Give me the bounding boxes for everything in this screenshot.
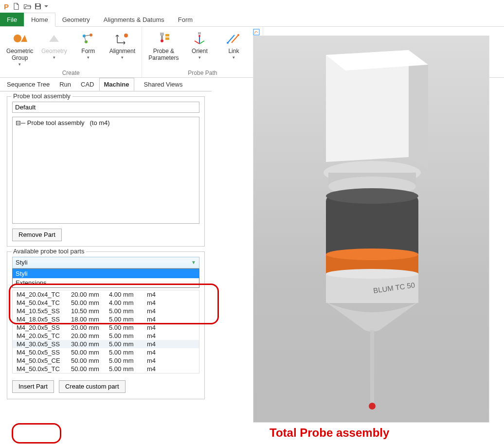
annotation-caption: Total Probe assembly xyxy=(270,426,389,440)
dropdown-icon: ▾ xyxy=(121,55,124,60)
svg-point-2 xyxy=(14,35,21,42)
combo-dropdown-list: Styli Extensions xyxy=(12,268,199,288)
group-legend: Probe tool assembly xyxy=(11,92,72,100)
button-label: Remove Part xyxy=(18,231,55,238)
new-file-icon[interactable] xyxy=(12,1,21,11)
tab-home[interactable]: Home xyxy=(24,13,55,27)
combo-display-text: Styli xyxy=(16,259,28,266)
dropdown-icon: ▾ xyxy=(233,55,235,60)
combo-option-styli[interactable]: Styli xyxy=(13,269,199,278)
parts-cell-len: 10.50 mm xyxy=(71,307,109,315)
button-label: Form xyxy=(81,48,95,55)
svg-rect-28 xyxy=(370,330,374,403)
parts-cell-name: M4_30.0x5_SS xyxy=(17,340,71,348)
group-legend: Available probe tool parts xyxy=(11,248,86,255)
tab-geometry[interactable]: Geometry xyxy=(55,13,97,26)
save-icon[interactable] xyxy=(33,1,43,11)
panel-tab-shared-views[interactable]: Shared Views xyxy=(139,78,188,91)
svg-marker-18 xyxy=(409,50,428,169)
tab-alignments-datums[interactable]: Alignments & Datums xyxy=(97,13,171,26)
parts-cell-dia: 5.00 mm xyxy=(109,340,147,348)
part-type-combo[interactable]: Styli ▼ Styli Extensions xyxy=(12,257,199,288)
ribbon-group-caption: Create xyxy=(3,70,139,76)
parts-row[interactable]: M4_20.0x5_SS20.00 mm5.00 mmm4 xyxy=(13,323,199,332)
create-custom-part-button[interactable]: Create custom part xyxy=(59,380,126,393)
parts-row[interactable]: M4_20.0x5_TC20.00 mm5.00 mmm4 xyxy=(13,332,199,340)
tab-label: Shared Views xyxy=(144,81,183,88)
geometry-icon xyxy=(46,31,62,47)
parts-cell-thr: m4 xyxy=(147,291,195,298)
viewport-3d[interactable]: BLUM TC 50 xyxy=(253,36,489,423)
assembly-tree[interactable]: ⊟─ Probe tool assembly (to m4) xyxy=(12,117,199,224)
panel-tab-cad[interactable]: CAD xyxy=(76,78,99,91)
orient-icon xyxy=(192,31,207,47)
parts-cell-thr: m4 xyxy=(147,340,195,348)
dropdown-icon: ▾ xyxy=(87,55,90,60)
alignment-button[interactable]: Alignment ▾ xyxy=(106,29,139,62)
tree-node-label: Probe tool assembly (to m4) xyxy=(27,119,110,126)
parts-cell-len: 50.00 mm xyxy=(71,357,109,364)
dropdown-icon: ▾ xyxy=(198,55,201,60)
combo-option-extensions[interactable]: Extensions xyxy=(13,278,199,287)
open-file-icon[interactable] xyxy=(22,1,32,11)
svg-rect-12 xyxy=(198,32,201,35)
quick-access-toolbar: P xyxy=(0,0,504,13)
tab-form[interactable]: Form xyxy=(171,13,199,26)
left-panel: Sequence Tree Run CAD Machine Shared Vie… xyxy=(0,78,212,405)
tab-label: Alignments & Datums xyxy=(104,16,164,23)
tab-label: Geometry xyxy=(62,16,90,23)
parts-row[interactable]: M4_18.0x5_SS18.00 mm5.00 mmm4 xyxy=(13,315,199,323)
button-label: Link xyxy=(228,48,239,55)
parts-cell-dia: 5.00 mm xyxy=(109,349,147,356)
combo-display[interactable]: Styli ▼ xyxy=(12,257,199,268)
remove-part-button[interactable]: Remove Part xyxy=(12,229,62,241)
geometric-group-button[interactable]: Geometric Group ▾ xyxy=(3,29,36,69)
assembly-name-input[interactable] xyxy=(12,102,199,113)
svg-point-9 xyxy=(161,39,163,42)
annotation-highlight-insert xyxy=(12,423,61,444)
parts-row[interactable]: M4_50.0x5_SS50.00 mm5.00 mmm4 xyxy=(13,348,199,356)
parts-cell-name: M4_20.0x5_TC xyxy=(17,332,71,339)
parts-row[interactable]: M4_50.0x4_TC50.00 mm4.00 mmm4 xyxy=(13,299,199,307)
tab-file[interactable]: File xyxy=(0,13,24,26)
parts-row[interactable]: M4_30.0x5_SS30.00 mm5.00 mmm4 xyxy=(13,340,199,348)
ribbon-toggle-1[interactable] xyxy=(253,29,260,36)
button-label: Probe & Parameters xyxy=(148,48,179,62)
parts-cell-name: M4_50.0x4_TC xyxy=(17,299,71,306)
parts-row[interactable]: M4_50.0x5_TC50.00 mm5.00 mmm4 xyxy=(13,365,199,373)
parts-cell-dia: 4.00 mm xyxy=(109,291,147,298)
tree-root-node[interactable]: ⊟─ Probe tool assembly (to m4) xyxy=(16,119,196,126)
orient-button[interactable]: Orient ▾ xyxy=(183,29,216,62)
form-button[interactable]: Form ▾ xyxy=(72,29,105,62)
parts-cell-name: M4_50.0x5_TC xyxy=(17,365,71,373)
probe-parameters-button[interactable]: Probe & Parameters xyxy=(145,29,182,64)
svg-rect-7 xyxy=(160,33,164,36)
panel-tab-sequence-tree[interactable]: Sequence Tree xyxy=(2,78,54,91)
chevron-down-icon: ▼ xyxy=(191,260,196,265)
parts-cell-thr: m4 xyxy=(147,365,195,373)
combo-option-label: Styli xyxy=(16,270,28,277)
geometry-button[interactable]: Geometry ▾ xyxy=(37,29,71,62)
insert-part-button[interactable]: Insert Part xyxy=(12,380,54,393)
parts-cell-dia: 5.00 mm xyxy=(109,316,147,323)
svg-rect-0 xyxy=(36,7,40,9)
probe-assembly-render: BLUM TC 50 xyxy=(253,36,489,423)
parts-row[interactable]: M4_20.0x4_TC20.00 mm4.00 mmm4 xyxy=(13,290,199,299)
link-button[interactable]: Link ▾ xyxy=(217,29,250,62)
parts-row[interactable]: M4_10.5x5_SS10.50 mm5.00 mmm4 xyxy=(13,307,199,315)
svg-rect-8 xyxy=(161,36,163,39)
svg-rect-11 xyxy=(165,37,169,40)
parts-cell-thr: m4 xyxy=(147,357,195,364)
parts-table[interactable]: M4_20.0x4_TC20.00 mm4.00 mmm4M4_50.0x4_T… xyxy=(12,290,199,374)
parts-cell-thr: m4 xyxy=(147,316,195,323)
combo-option-label: Extensions xyxy=(16,279,47,286)
save-dropdown-icon[interactable] xyxy=(44,1,49,11)
tab-label: File xyxy=(7,16,17,23)
parts-row[interactable]: M4_50.0x5_CE50.00 mm5.00 mmm4 xyxy=(13,356,199,365)
panel-tab-run[interactable]: Run xyxy=(54,78,76,91)
machine-panel-body: Probe tool assembly ⊟─ Probe tool assemb… xyxy=(0,91,212,405)
parts-cell-len: 20.00 mm xyxy=(71,291,109,298)
panel-tab-machine[interactable]: Machine xyxy=(99,78,134,91)
tab-label: Form xyxy=(178,16,193,23)
parts-cell-name: M4_50.0x5_CE xyxy=(17,357,71,364)
